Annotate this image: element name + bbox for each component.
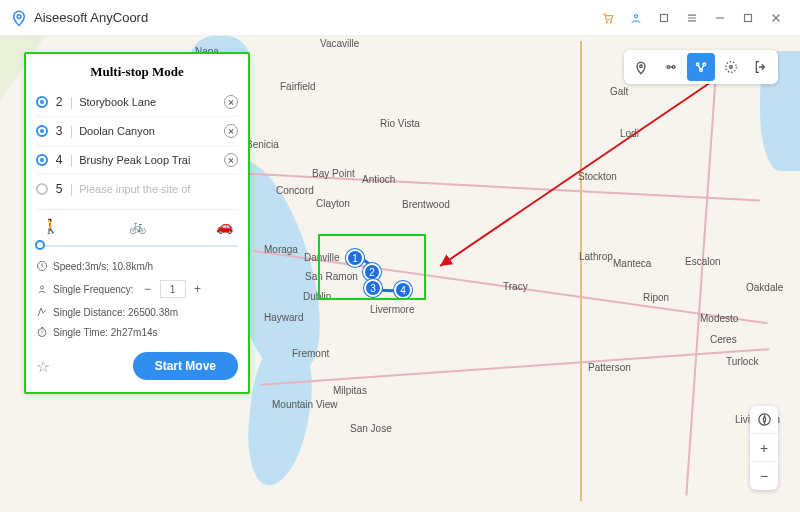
map-place-label: Lathrop — [579, 251, 613, 262]
stop-row: 5|Please input the site of — [36, 175, 238, 203]
car-mode-icon[interactable]: 🚗 — [216, 218, 232, 234]
app-logo-icon — [10, 9, 28, 27]
map-place-label: Patterson — [588, 362, 631, 373]
map-place-label: San Ramon — [305, 271, 358, 282]
travel-mode-row: 🚶 🚲 🚗 — [36, 209, 238, 236]
distance-info: Single Distance: 26500.38m — [36, 302, 238, 322]
svg-point-0 — [17, 14, 21, 18]
map-place-label: Antioch — [362, 174, 395, 185]
map-place-label: Fremont — [292, 348, 329, 359]
stop-name-input[interactable]: Storybook Lane — [79, 96, 218, 108]
walk-mode-icon[interactable]: 🚶 — [42, 218, 58, 234]
stop-name-input[interactable]: Doolan Canyon — [79, 125, 218, 137]
start-move-button[interactable]: Start Move — [133, 352, 238, 380]
titlebar: Aiseesoft AnyCoord — [0, 0, 800, 36]
map-place-label: Bay Point — [312, 168, 355, 179]
svg-point-13 — [696, 63, 699, 66]
map-place-label: Ceres — [710, 334, 737, 345]
stop-row: 4|Brushy Peak Loop Trai — [36, 146, 238, 175]
stop-number: 5 — [54, 182, 64, 196]
mode-toolbar — [624, 50, 778, 84]
svg-point-1 — [606, 21, 607, 22]
compass-icon[interactable] — [750, 406, 778, 434]
stop-number: 3 — [54, 124, 64, 138]
stop-name-input[interactable]: Please input the site of — [79, 183, 238, 195]
bike-mode-icon[interactable]: 🚲 — [129, 218, 145, 234]
svg-point-14 — [703, 63, 706, 66]
app-title: Aiseesoft AnyCoord — [34, 10, 148, 25]
stop-radio-icon[interactable] — [36, 183, 48, 195]
map-place-label: Oakdale — [746, 282, 783, 293]
zoom-in-button[interactable]: + — [750, 434, 778, 462]
map-place-label: Milpitas — [333, 385, 367, 396]
zoom-toolbar: + − — [750, 406, 778, 490]
map-place-label: Dublin — [303, 291, 331, 302]
freq-value[interactable]: 1 — [160, 280, 186, 298]
svg-point-8 — [41, 286, 44, 289]
map-place-label: Moraga — [264, 244, 298, 255]
route-point[interactable]: 4 — [394, 281, 412, 299]
speed-info: Speed:3m/s; 10.8km/h — [36, 256, 238, 276]
zoom-out-button[interactable]: − — [750, 462, 778, 490]
stop-number: 2 — [54, 95, 64, 109]
stop-radio-icon[interactable] — [36, 96, 48, 108]
window-restore-icon[interactable] — [650, 4, 678, 32]
map-place-label: Ripon — [643, 292, 669, 303]
map-place-label: San Jose — [350, 423, 392, 434]
multistop-panel: Multi-stop Mode 2|Storybook Lane3|Doolan… — [24, 52, 250, 394]
close-icon[interactable] — [762, 4, 790, 32]
map-place-label: Tracy — [503, 281, 528, 292]
speed-slider[interactable] — [36, 240, 238, 250]
clear-stop-icon[interactable] — [224, 153, 238, 167]
map-place-label: Mountain View — [272, 399, 337, 410]
map-place-label: Stockton — [578, 171, 617, 182]
map-place-label: Escalon — [685, 256, 721, 267]
stop-row: 3|Doolan Canyon — [36, 117, 238, 146]
user-icon[interactable] — [622, 4, 650, 32]
map-place-label: Turlock — [726, 356, 758, 367]
svg-point-17 — [730, 66, 733, 69]
map-place-label: Livermore — [370, 304, 414, 315]
svg-point-16 — [726, 62, 737, 73]
map-place-label: Fairfield — [280, 81, 316, 92]
exit-mode-icon[interactable] — [747, 53, 775, 81]
frequency-row: Single Frequency: − 1 + — [36, 276, 238, 302]
freq-increase-button[interactable]: + — [191, 282, 205, 296]
menu-icon[interactable] — [678, 4, 706, 32]
clear-stop-icon[interactable] — [224, 124, 238, 138]
svg-point-15 — [700, 69, 703, 72]
route-point[interactable]: 1 — [346, 249, 364, 267]
map-place-label: Lodi — [620, 128, 639, 139]
panel-title: Multi-stop Mode — [36, 64, 238, 80]
route-point[interactable]: 3 — [364, 279, 382, 297]
svg-point-12 — [672, 66, 675, 69]
svg-rect-5 — [745, 14, 752, 21]
map-place-label: Manteca — [613, 258, 651, 269]
locate-mode-icon[interactable] — [627, 53, 655, 81]
svg-point-10 — [640, 65, 643, 68]
svg-point-3 — [634, 14, 638, 18]
stop-row: 2|Storybook Lane — [36, 88, 238, 117]
svg-point-11 — [667, 66, 670, 69]
time-info: Single Time: 2h27m14s — [36, 322, 238, 342]
map-place-label: Concord — [276, 185, 314, 196]
map-place-label: Clayton — [316, 198, 350, 209]
map-place-label: Danville — [304, 252, 340, 263]
stop-radio-icon[interactable] — [36, 125, 48, 137]
stop-number: 4 — [54, 153, 64, 167]
clear-stop-icon[interactable] — [224, 95, 238, 109]
maximize-icon[interactable] — [734, 4, 762, 32]
stop-radio-icon[interactable] — [36, 154, 48, 166]
cart-icon[interactable] — [594, 4, 622, 32]
favorite-icon[interactable]: ☆ — [36, 357, 50, 376]
joystick-mode-icon[interactable] — [717, 53, 745, 81]
map-place-label: Modesto — [700, 313, 738, 324]
stop-name-input[interactable]: Brushy Peak Loop Trai — [79, 154, 218, 166]
map-place-label: Vacaville — [320, 38, 359, 49]
multistop-mode-icon[interactable] — [687, 53, 715, 81]
onestop-mode-icon[interactable] — [657, 53, 685, 81]
minimize-icon[interactable] — [706, 4, 734, 32]
freq-decrease-button[interactable]: − — [141, 282, 155, 296]
svg-point-2 — [610, 21, 611, 22]
map-place-label: Benicia — [246, 139, 279, 150]
